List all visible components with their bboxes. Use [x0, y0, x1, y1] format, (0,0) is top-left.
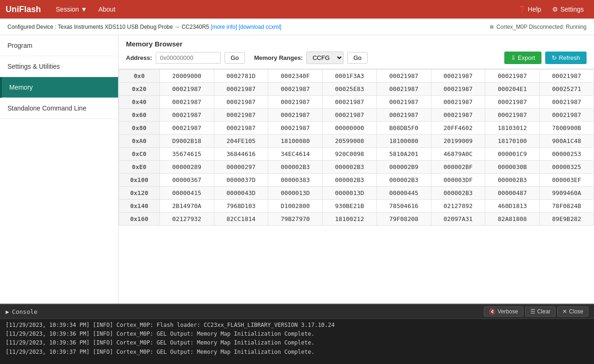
clear-button[interactable]: ☰ Clear: [525, 306, 556, 317]
memory-address-cell: 0xA0: [119, 135, 160, 148]
memory-ranges-select[interactable]: CCFG FLASH RAM SRAM: [306, 52, 343, 64]
clear-icon: ☰: [530, 308, 535, 315]
memory-value-cell: 00021987: [159, 109, 214, 122]
console-title-label: Console: [12, 308, 38, 315]
memory-value-cell: 20009000: [159, 70, 214, 83]
table-row: 0x1402B14970A7968D103D1002800930BE21B785…: [119, 200, 594, 213]
table-row: 0x100000003670000037D00000383000002B3000…: [119, 174, 594, 187]
memory-value-cell: 0001F3A3: [323, 70, 377, 83]
sidebar-item-program[interactable]: Program: [0, 35, 118, 56]
memory-value-cell: 000003DF: [431, 174, 485, 187]
memory-value-cell: 78F0824B: [540, 200, 594, 213]
memory-value-cell: 460D1813: [485, 200, 540, 213]
memory-address-cell: 0x160: [119, 213, 160, 226]
console-line: [11/29/2023, 10:39:37 PM] [INFO] Cortex_…: [6, 348, 588, 357]
help-button[interactable]: ❓ Help: [514, 3, 546, 16]
memory-value-cell: 20FF4602: [431, 122, 485, 135]
ranges-go-button[interactable]: Go: [347, 52, 367, 64]
memory-value-cell: 0002781D: [214, 70, 268, 83]
close-label: Close: [569, 308, 583, 315]
sidebar: Program Settings & Utilities Memory Stan…: [0, 35, 119, 304]
memory-address-cell: 0xE0: [119, 161, 160, 174]
session-menu[interactable]: Session ▼: [50, 2, 93, 17]
memory-value-cell: 000002BF: [431, 161, 485, 174]
memory-value-cell: 00021987: [376, 70, 431, 83]
memory-value-cell: 00021987: [214, 109, 268, 122]
memory-value-cell: 0000013D: [323, 187, 377, 200]
memory-value-cell: 00021987: [485, 96, 540, 109]
download-ccxml-link[interactable]: [download ccxml]: [238, 24, 281, 30]
address-input[interactable]: [156, 52, 221, 64]
memory-value-cell: 0002340F: [268, 70, 323, 83]
memory-value-cell: 82CC1814: [214, 213, 268, 226]
more-info-link[interactable]: [more info]: [211, 24, 237, 30]
memory-value-cell: 00021987: [376, 96, 431, 109]
close-button[interactable]: ✕ Close: [557, 306, 588, 317]
memory-value-cell: 02097A31: [431, 213, 485, 226]
memory-value-cell: 000002B3: [323, 161, 377, 174]
memory-value-cell: 00021987: [431, 96, 485, 109]
memory-value-cell: B08DB5F0: [376, 122, 431, 135]
app-brand: UniFlash: [6, 5, 41, 14]
settings-button[interactable]: ⚙ Settings: [548, 3, 588, 16]
help-label: Help: [528, 6, 541, 13]
memory-controls: Address: Go Memory Ranges: CCFG FLASH RA…: [126, 52, 587, 64]
memory-value-cell: 0000013D: [268, 187, 323, 200]
memory-address-cell: 0x80: [119, 122, 160, 135]
navbar-right: ❓ Help ⚙ Settings: [514, 3, 588, 16]
memory-value-cell: D1002800: [268, 200, 323, 213]
memory-value-cell: 000002B3: [376, 174, 431, 187]
memory-value-cell: 18100080: [268, 135, 323, 148]
memory-value-cell: 02127932: [159, 213, 214, 226]
about-menu[interactable]: About: [93, 2, 121, 17]
about-label: About: [99, 6, 116, 13]
memory-value-cell: 00000289: [159, 161, 214, 174]
console-line: [11/29/2023, 10:39:36 PM] [INFO] Cortex_…: [6, 338, 588, 347]
memory-value-cell: 00021987: [323, 109, 377, 122]
memory-address-cell: 0x40: [119, 96, 160, 109]
refresh-button[interactable]: ↻ Refresh: [545, 52, 587, 64]
memory-value-cell: 20599008: [323, 135, 377, 148]
console-icon: ▶: [6, 308, 9, 315]
verbose-button[interactable]: 🔇 Verbose: [484, 306, 523, 317]
sidebar-item-settings-utilities[interactable]: Settings & Utilities: [0, 56, 118, 77]
memory-value-cell: 00021987: [268, 109, 323, 122]
memory-address-cell: 0x0: [119, 70, 160, 83]
sidebar-item-memory[interactable]: Memory: [0, 77, 118, 98]
session-label: Session: [56, 6, 79, 13]
memory-value-cell: 000002B3: [323, 174, 377, 187]
memory-value-cell: 00021987: [214, 96, 268, 109]
memory-value-cell: 00000367: [159, 174, 214, 187]
memory-value-cell: 00021987: [268, 83, 323, 96]
memory-value-cell: 18100080: [376, 135, 431, 148]
memory-value-cell: 000001C9: [485, 148, 540, 161]
table-row: 0x8000021987000219870002198700000000B08D…: [119, 122, 594, 135]
memory-value-cell: 00000487: [485, 187, 540, 200]
memory-value-cell: 00021987: [376, 83, 431, 96]
address-go-button[interactable]: Go: [224, 52, 244, 64]
status-dot-icon: [490, 25, 494, 29]
memory-value-cell: 000002B9: [376, 161, 431, 174]
memory-value-cell: 00021987: [540, 109, 594, 122]
table-row: 0x40000219870002198700021987000219870002…: [119, 96, 594, 109]
console-area: ▶ Console 🔇 Verbose ☰ Clear ✕ Close [11/…: [0, 304, 594, 364]
console-output: [11/29/2023, 10:39:34 PM] [INFO] Cortex_…: [0, 319, 594, 364]
memory-address-cell: 0x100: [119, 174, 160, 187]
console-header: ▶ Console 🔇 Verbose ☰ Clear ✕ Close: [0, 305, 594, 319]
memory-value-cell: 89E9B282: [540, 213, 594, 226]
console-actions: 🔇 Verbose ☰ Clear ✕ Close: [484, 306, 588, 317]
memory-value-cell: 000003EF: [540, 174, 594, 187]
device-bar: Configured Device : Texas Instruments XD…: [0, 19, 594, 35]
memory-value-cell: 00021987: [485, 70, 540, 83]
refresh-label: Refresh: [559, 54, 580, 61]
sidebar-program-label: Program: [7, 42, 33, 49]
table-row: 0x0200090000002781D0002340F0001F3A300021…: [119, 70, 594, 83]
sidebar-settings-label: Settings & Utilities: [7, 63, 60, 70]
memory-value-cell: 00021987: [323, 96, 377, 109]
memory-value-cell: 00000415: [159, 187, 214, 200]
memory-address-cell: 0x60: [119, 109, 160, 122]
table-row: 0xE00000028900000297000002B3000002B30000…: [119, 161, 594, 174]
export-button[interactable]: ⇩ Export: [504, 52, 542, 64]
memory-value-cell: 00021987: [268, 122, 323, 135]
sidebar-item-standalone[interactable]: Standalone Command Line: [0, 98, 118, 119]
